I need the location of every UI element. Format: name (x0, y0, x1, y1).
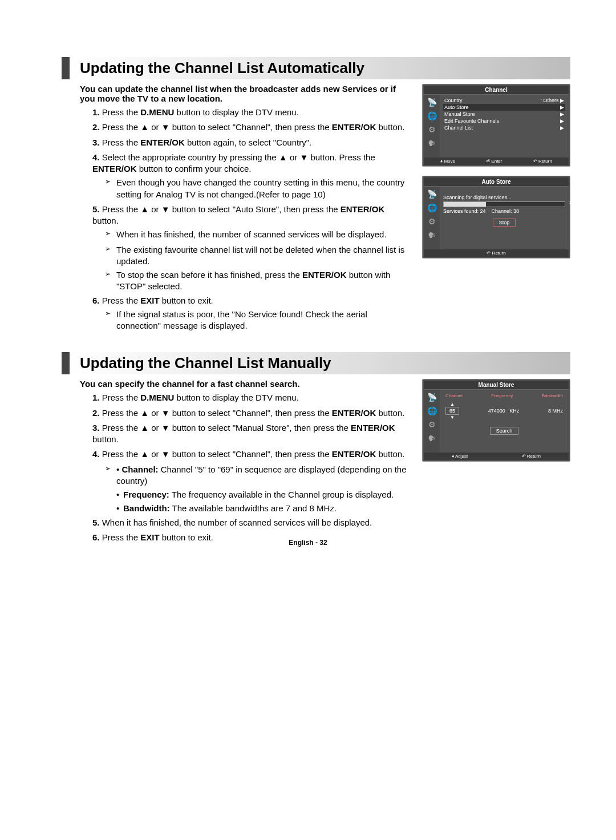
osd-sidebar-icons: 📡 🌐 ⚙ 🗣 (424, 390, 440, 453)
step-5-sub2: The existing favourite channel list will… (105, 244, 412, 268)
step-5-sub1: When it has finished, the number of scan… (105, 229, 412, 240)
arrow-right-icon: ▶ (560, 118, 564, 124)
osd2-scanning: Scanning for digital services... (443, 195, 565, 200)
osd3-val-bw: 8 (548, 408, 551, 414)
step2-4-bw: Bandwidth: The available bandwidths are … (116, 503, 412, 514)
step-1: 1. Press the D.MENU button to display th… (92, 107, 412, 118)
osd3-title: Manual Store (424, 381, 569, 390)
globe-icon: 🌐 (427, 204, 437, 212)
progress-percent: 35% (569, 200, 579, 205)
osd1-country-value: : Others (540, 98, 558, 103)
osd1-autostore: Auto Store (444, 104, 469, 110)
osd2-stop-button: Stop (493, 219, 516, 227)
section-title-manual: Updating the Channel List Manually (62, 352, 570, 374)
gear-icon: ⚙ (428, 421, 436, 429)
lang-icon: 🗣 (428, 434, 436, 442)
osd2-title: Auto Store (424, 177, 569, 187)
osd2-foot-return: ↶ Return (487, 251, 505, 256)
section2-intro: You can specify the channel for a fast c… (80, 379, 412, 389)
lang-icon: 🗣 (428, 231, 436, 239)
step-3: 3. Press the ENTER/OK button again, to s… (92, 137, 412, 148)
lang-icon: 🗣 (428, 139, 436, 147)
step-6-sub: If the signal status is poor, the "No Se… (105, 309, 412, 332)
step2-3: 3. Press the ▲ or ▼ button to select "Ma… (92, 422, 412, 446)
osd3-val-ch: 65 (445, 407, 459, 415)
satellite-icon: 📡 (427, 190, 437, 198)
osd2-services: Services found: 24 (443, 208, 486, 214)
osd1-title: Channel (424, 86, 569, 95)
section2-text: You can specify the channel for a fast c… (80, 379, 412, 547)
section1-intro: You can update the channel list when the… (80, 84, 412, 103)
osd1-foot-move: ♦ Move (440, 159, 455, 164)
progress-bar: 35% (443, 201, 565, 207)
step2-4-channel: • Channel: Channel "5" to "69" in sequen… (105, 464, 412, 487)
osd1-editfav: Edit Favourite Channels (444, 118, 499, 124)
chevron-up-icon: ▲ (450, 402, 455, 407)
globe-icon: 🌐 (427, 407, 437, 415)
step-2: 2. Press the ▲ or ▼ button to select "Ch… (92, 122, 412, 133)
osd-autostore: Auto Store 📡 🌐 ⚙ 🗣 Scanning for digital … (422, 176, 570, 259)
satellite-icon: 📡 (427, 393, 437, 401)
gear-icon: ⚙ (428, 217, 436, 225)
osd-sidebar-icons: 📡 🌐 ⚙ 🗣 (424, 187, 440, 249)
osd1-country-label: Country (444, 98, 463, 103)
osd1-chlist: Channel List (444, 125, 473, 131)
osd3-channel-spinner: ▲ 65 ▼ (445, 402, 459, 420)
step-5: 5. Press the ▲ or ▼ button to select "Au… (92, 204, 412, 241)
step-6: 6. Press the EXIT button to exit. If the… (92, 295, 412, 332)
osd3-foot-return: ↶ Return (522, 454, 541, 459)
osd3-col-freq: Frequency (491, 393, 513, 398)
osd1-foot-enter: ⏎ Enter (486, 159, 502, 164)
step-4-sub: Even though you have changed the country… (105, 177, 412, 200)
osd-manualstore: Manual Store 📡 🌐 ⚙ 🗣 Channel Frequency B… (422, 379, 570, 462)
osd3-col-bw: Bandwidth (542, 393, 563, 398)
step2-5: 5. When it has finished, the number of s… (92, 517, 412, 528)
osd1-manualstore: Manual Store (444, 111, 475, 117)
osd-sidebar-icons: 📡 🌐 ⚙ 🗣 (424, 95, 440, 158)
step2-4: 4. Press the ▲ or ▼ button to select "Ch… (92, 449, 412, 460)
step-4: 4. Select the appropriate country by pre… (92, 152, 412, 200)
osd2-channel: Channel: 38 (492, 208, 520, 214)
osd3-khz: KHz (509, 408, 519, 414)
step2-1: 1. Press the D.MENU button to display th… (92, 392, 412, 403)
gear-icon: ⚙ (428, 126, 436, 134)
osd3-foot-adjust: ♦ Adjust (452, 454, 468, 459)
page-footer: English - 32 (0, 539, 616, 547)
arrow-right-icon: ▶ (560, 104, 564, 110)
arrow-right-icon: ▶ (560, 125, 564, 131)
step-5-sub3: To stop the scan before it has finished,… (105, 269, 412, 293)
osd3-mhz: MHz (553, 408, 564, 414)
arrow-right-icon: ▶ (560, 111, 564, 117)
osd1-foot-return: ↶ Return (533, 159, 552, 164)
osd3-search-button: Search (490, 427, 519, 435)
osd3-col-ch: Channel (445, 393, 463, 398)
step2-2: 2. Press the ▲ or ▼ button to select "Ch… (92, 407, 412, 419)
globe-icon: 🌐 (427, 112, 437, 120)
section1-text: You can update the channel list when the… (80, 84, 412, 335)
chevron-down-icon: ▼ (450, 415, 455, 420)
arrow-right-icon: ▶ (560, 98, 564, 103)
step2-4-freq: Frequency: The frequency available in th… (116, 489, 412, 500)
section-title-auto: Updating the Channel List Automatically (62, 57, 570, 79)
osd-channel-menu: Channel 📡 🌐 ⚙ 🗣 Country: Others ▶ Auto S… (422, 84, 570, 167)
osd3-val-freq: 474000 (488, 408, 505, 414)
progress-fill (444, 202, 486, 207)
satellite-icon: 📡 (427, 98, 437, 106)
